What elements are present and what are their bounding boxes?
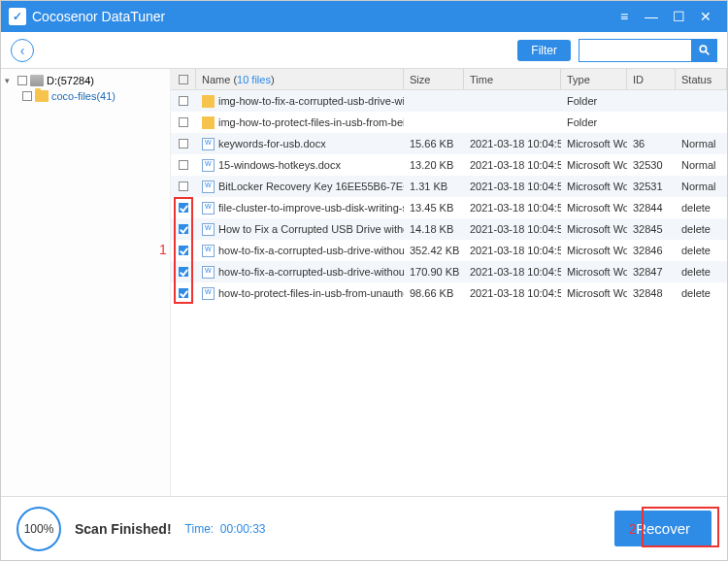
row-checkbox[interactable] <box>179 96 188 106</box>
back-button[interactable]: ‹ <box>11 39 34 62</box>
row-id: 32847 <box>627 261 676 282</box>
tree-arrow-icon[interactable]: ▾ <box>5 76 15 85</box>
header-status[interactable]: Status <box>676 69 727 89</box>
row-status: Normal <box>676 133 727 154</box>
tree-drive-row[interactable]: ▾ D:(57284) <box>1 73 170 88</box>
header-type[interactable]: Type <box>561 69 627 89</box>
row-size <box>404 90 464 112</box>
row-name: how-to-fix-a-corrupted-usb-drive-without… <box>196 240 404 261</box>
row-id: 32530 <box>627 154 676 176</box>
row-checkbox-cell[interactable] <box>171 261 196 282</box>
table-row[interactable]: img-how-to-protect-files-in-usb-from-bei… <box>171 112 727 133</box>
header-id[interactable]: ID <box>627 69 676 89</box>
table-row[interactable]: file-cluster-to-improve-usb-disk-writing… <box>171 197 727 218</box>
row-status: delete <box>676 197 727 218</box>
folder-icon <box>35 90 49 102</box>
row-name: 15-windows-hotkeys.docx <box>196 154 404 176</box>
tree-folder-row[interactable]: coco-files(41) <box>1 88 170 104</box>
row-checkbox[interactable] <box>179 182 188 191</box>
search-input[interactable] <box>579 40 691 61</box>
table-row[interactable]: 15-windows-hotkeys.docx13.20 KB2021-03-1… <box>171 154 727 176</box>
search-wrap <box>579 39 717 62</box>
tree-checkbox[interactable] <box>22 91 32 101</box>
row-status <box>676 112 727 133</box>
row-name: img-how-to-fix-a-corrupted-usb-drive-wit… <box>196 90 404 112</box>
header-checkbox-cell[interactable] <box>171 69 196 89</box>
row-type: Microsoft Wo <box>561 154 627 176</box>
row-type: Folder <box>561 90 627 112</box>
app-logo-icon: ✓ <box>9 8 26 25</box>
row-checkbox-cell[interactable] <box>171 112 196 133</box>
row-checkbox-cell[interactable] <box>171 176 196 197</box>
tree-checkbox[interactable] <box>17 76 27 85</box>
table-row[interactable]: BitLocker Recovery Key 16EE55B6-7E65-419… <box>171 176 727 197</box>
row-checkbox-cell[interactable] <box>171 240 196 261</box>
maximize-button[interactable]: ☐ <box>665 9 692 24</box>
row-status: delete <box>676 218 727 240</box>
row-checkbox[interactable] <box>179 117 188 127</box>
search-button[interactable] <box>691 40 716 61</box>
row-type: Microsoft Wo <box>561 133 627 154</box>
menu-icon[interactable]: ≡ <box>611 9 638 24</box>
recover-button[interactable]: Recover <box>614 511 711 546</box>
grid-header: Name ( 10 files ) Size Time Type ID Stat… <box>171 69 727 90</box>
row-time: 2021-03-18 10:04:55 <box>464 133 561 154</box>
scan-time: Time: 00:00:33 <box>185 522 266 536</box>
titlebar: ✓ Cocosenor DataTuner ≡ — ☐ ✕ <box>1 1 727 32</box>
row-name: BitLocker Recovery Key 16EE55B6-7E65-419… <box>196 176 404 197</box>
row-type: Microsoft Wo <box>561 197 627 218</box>
row-checkbox[interactable] <box>179 224 188 234</box>
row-id <box>627 90 676 112</box>
row-time: 2021-03-18 10:04:55 <box>464 240 561 261</box>
table-row[interactable]: How to Fix a Corrupted USB Drive without… <box>171 218 727 240</box>
grid-body: img-how-to-fix-a-corrupted-usb-drive-wit… <box>171 90 727 304</box>
row-checkbox-cell[interactable] <box>171 133 196 154</box>
header-time[interactable]: Time <box>464 69 561 89</box>
row-checkbox[interactable] <box>179 267 188 277</box>
row-checkbox-cell[interactable] <box>171 154 196 176</box>
content: ▾ D:(57284) coco-files(41) Name ( 10 fil… <box>1 69 727 496</box>
row-checkbox-cell[interactable] <box>171 90 196 112</box>
table-row[interactable]: how-to-protect-files-in-usb-from-unautho… <box>171 282 727 304</box>
tree-folder-label: coco-files(41) <box>51 90 116 102</box>
file-icon <box>202 181 215 193</box>
row-checkbox-cell[interactable] <box>171 218 196 240</box>
row-size: 170.90 KB <box>404 261 464 282</box>
header-size[interactable]: Size <box>404 69 464 89</box>
filter-button[interactable]: Filter <box>517 40 571 61</box>
row-checkbox[interactable] <box>179 139 188 148</box>
row-type: Microsoft Wo <box>561 240 627 261</box>
progress-circle: 100% <box>17 507 61 551</box>
row-id: 32846 <box>627 240 676 261</box>
table-row[interactable]: img-how-to-fix-a-corrupted-usb-drive-wit… <box>171 90 727 112</box>
row-type: Folder <box>561 112 627 133</box>
row-size: 352.42 KB <box>404 240 464 261</box>
file-icon <box>202 223 215 236</box>
minimize-button[interactable]: — <box>638 9 665 24</box>
row-checkbox[interactable] <box>179 160 188 170</box>
row-name: file-cluster-to-improve-usb-disk-writing… <box>196 197 404 218</box>
row-id <box>627 112 676 133</box>
row-size: 15.66 KB <box>404 133 464 154</box>
row-time: 2021-03-18 10:04:55 <box>464 261 561 282</box>
row-checkbox-cell[interactable] <box>171 197 196 218</box>
row-checkbox-cell[interactable] <box>171 282 196 304</box>
table-row[interactable]: keywords-for-usb.docx15.66 KB2021-03-18 … <box>171 133 727 154</box>
row-size: 98.66 KB <box>404 282 464 304</box>
header-name[interactable]: Name ( 10 files ) <box>196 69 404 89</box>
folder-icon <box>202 116 215 129</box>
footer: 100% Scan Finished! Time: 00:00:33 Recov… <box>1 496 727 560</box>
row-name: img-how-to-protect-files-in-usb-from-bei… <box>196 112 404 133</box>
row-status: delete <box>676 282 727 304</box>
table-row[interactable]: how-to-fix-a-corrupted-usb-drive-without… <box>171 240 727 261</box>
row-size: 13.20 KB <box>404 154 464 176</box>
row-time: 2021-03-18 10:04:55 <box>464 218 561 240</box>
close-button[interactable]: ✕ <box>692 9 719 24</box>
row-status: delete <box>676 261 727 282</box>
row-checkbox[interactable] <box>179 288 188 298</box>
table-row[interactable]: how-to-fix-a-corrupted-usb-drive-without… <box>171 261 727 282</box>
row-checkbox[interactable] <box>179 246 188 255</box>
file-icon <box>202 266 215 279</box>
row-checkbox[interactable] <box>179 203 188 213</box>
row-size: 14.18 KB <box>404 218 464 240</box>
